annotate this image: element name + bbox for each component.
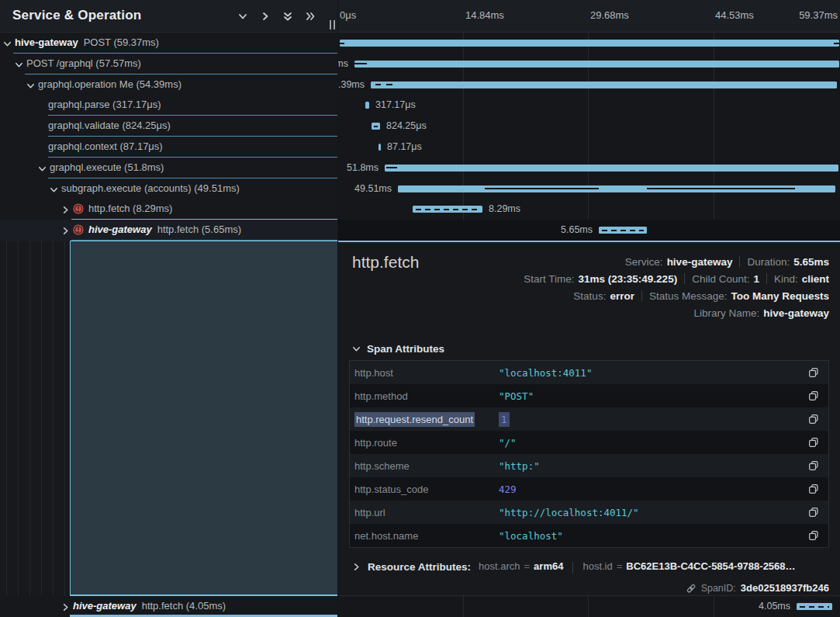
divider: [739, 256, 740, 267]
span-id-label: SpanID:: [701, 583, 736, 594]
timeline-axis: 0μs14.84ms29.68ms44.53ms59.37ms: [338, 0, 840, 33]
duration-label: 824.25μs: [386, 116, 427, 137]
span-duration-bar[interactable]: [797, 603, 832, 610]
chevron-down-icon[interactable]: [26, 81, 35, 89]
duration-label: 54.39ms: [338, 75, 365, 95]
operation-label: graphql.parse (317.17μs): [48, 99, 161, 110]
copy-icon[interactable]: [804, 409, 824, 429]
span-tree-row[interactable]: graphql.execute (51.8ms): [0, 158, 337, 179]
child-span-marker: [375, 84, 381, 85]
meta-value: error: [610, 290, 634, 302]
span-duration-bar[interactable]: [372, 123, 380, 130]
span-tree-row[interactable]: subgraph.execute (accounts) (49.51ms): [0, 179, 337, 199]
chevron-right-icon: [352, 563, 361, 571]
attribute-row[interactable]: http.url"http://localhost:4011/": [350, 501, 828, 524]
attribute-key: http.host: [354, 367, 499, 379]
span-tree-row[interactable]: POST /graphql (57.57ms): [0, 54, 337, 75]
link-icon[interactable]: [686, 583, 697, 594]
span-meta-line: Service:hive-gatewayDuration:5.65ms: [625, 253, 829, 270]
child-span-marker: [386, 167, 397, 168]
attribute-row[interactable]: http.scheme"http:": [350, 454, 828, 477]
child-span-markers: [602, 230, 644, 231]
resource-key: host.id: [582, 560, 612, 572]
duration-label: 317.17μs: [375, 95, 416, 116]
axis-tick-label: 44.53ms: [715, 9, 754, 21]
trace-viewer: hive-gatewayPOST (59.37ms)POST /graphql …: [0, 0, 840, 617]
double-chevron-right-icon[interactable]: [305, 11, 316, 22]
operation-label: subgraph.execute (accounts) (49.51ms): [61, 182, 240, 194]
timeline-panel: 57.57ms54.39ms317.17μs824.25μs87.17μs51.…: [338, 0, 840, 617]
chevron-right-icon[interactable]: [260, 11, 271, 22]
copy-icon[interactable]: [804, 456, 824, 476]
span-row-label: hive-gatewayPOST (59.37ms): [15, 33, 159, 53]
meta-label: Duration:: [747, 256, 790, 268]
axis-tick-label: 29.68ms: [590, 9, 629, 21]
attribute-row[interactable]: http.host"localhost:4011": [350, 361, 828, 384]
span-id-value: 3de02518937fb246: [741, 582, 829, 594]
span-row-label: graphql.context (87.17μs): [48, 137, 163, 157]
span-row-label: graphql.validate (824.25μs): [48, 116, 171, 136]
span-tree-row[interactable]: graphql.parse (317.17μs): [0, 95, 337, 116]
span-meta-line: Status:errorStatus Message:Too Many Requ…: [573, 287, 829, 304]
span-tree-row[interactable]: graphql.context (87.17μs): [0, 137, 337, 158]
chevron-right-icon[interactable]: [61, 205, 70, 213]
attribute-value: 429: [499, 484, 804, 495]
span-duration-bar[interactable]: [354, 61, 839, 68]
span-duration-bar[interactable]: [379, 144, 381, 151]
selected-span-expanded-area: [70, 241, 337, 596]
span-tree-row[interactable]: hive-gatewayhttp.fetch (4.05ms): [0, 596, 337, 617]
span-tree-row[interactable]: http.fetch (8.29ms): [0, 199, 337, 220]
tree-controls: [237, 11, 316, 22]
timeline-row: 5.65ms: [338, 220, 840, 241]
span-detail-panel: http.fetch Service:hive-gatewayDuration:…: [338, 241, 840, 596]
span-attributes-table: http.host"localhost:4011"http.method"POS…: [349, 360, 829, 548]
span-duration-bar[interactable]: [340, 40, 839, 47]
attribute-row[interactable]: http.method"POST": [350, 384, 828, 407]
copy-icon[interactable]: [804, 525, 824, 546]
equals-sign: =: [617, 560, 623, 572]
attribute-row[interactable]: http.request.resend_count1: [350, 407, 828, 431]
copy-icon[interactable]: [804, 502, 824, 522]
span-duration-bar[interactable]: [398, 185, 835, 192]
copy-icon[interactable]: [804, 362, 824, 383]
span-duration-bar[interactable]: [413, 206, 482, 213]
timeline-row: 49.51ms: [338, 179, 840, 199]
meta-value: hive-gateway: [667, 256, 733, 268]
duration-label: 5.65ms: [561, 220, 593, 241]
chevron-down-icon[interactable]: [38, 164, 47, 172]
span-tree-panel: hive-gatewayPOST (59.37ms)POST /graphql …: [0, 0, 337, 617]
attribute-value-text: "POST": [499, 390, 534, 402]
copy-icon[interactable]: [804, 386, 824, 406]
child-span-marker: [386, 84, 392, 85]
span-attributes-header[interactable]: Span Attributes: [352, 343, 444, 355]
chevron-right-icon[interactable]: [61, 602, 70, 611]
span-tree-row[interactable]: graphql.operation Me (54.39ms): [0, 75, 337, 95]
axis-tick-label: 0μs: [340, 9, 356, 21]
span-duration-bar[interactable]: [599, 227, 647, 234]
chevron-right-icon[interactable]: [61, 226, 70, 234]
panel-resize-handle[interactable]: [329, 20, 336, 29]
chevron-down-icon[interactable]: [3, 39, 12, 47]
equals-sign: =: [524, 560, 531, 572]
chevron-down-icon[interactable]: [237, 11, 248, 22]
attribute-row[interactable]: http.route"/": [350, 431, 828, 454]
panel-title: Service & Operation: [12, 8, 141, 23]
attribute-row[interactable]: net.host.name"localhost": [350, 524, 828, 547]
chevron-down-icon[interactable]: [50, 185, 58, 193]
span-duration-bar[interactable]: [365, 102, 369, 109]
attribute-key-text: http.request.resend_count: [354, 412, 475, 427]
span-tree-row[interactable]: hive-gatewayPOST (59.37ms): [0, 33, 337, 54]
double-chevron-down-icon[interactable]: [282, 11, 293, 22]
span-tree-row[interactable]: graphql.validate (824.25μs): [0, 116, 337, 137]
attribute-key-text: http.method: [354, 390, 408, 402]
span-meta-line: Start Time:31ms (23:35:49.225)Child Coun…: [524, 270, 829, 287]
span-duration-bar[interactable]: [385, 165, 838, 172]
span-duration-bar[interactable]: [371, 81, 837, 88]
error-icon: [73, 201, 84, 212]
chevron-down-icon[interactable]: [15, 60, 23, 68]
span-tree-row[interactable]: hive-gatewayhttp.fetch (5.65ms): [0, 220, 337, 241]
copy-icon[interactable]: [804, 479, 824, 499]
copy-icon[interactable]: [804, 432, 824, 452]
resource-attributes-row[interactable]: Resource Attributes: host.arch=arm64host…: [352, 557, 796, 576]
attribute-row[interactable]: http.status_code429: [350, 477, 828, 501]
